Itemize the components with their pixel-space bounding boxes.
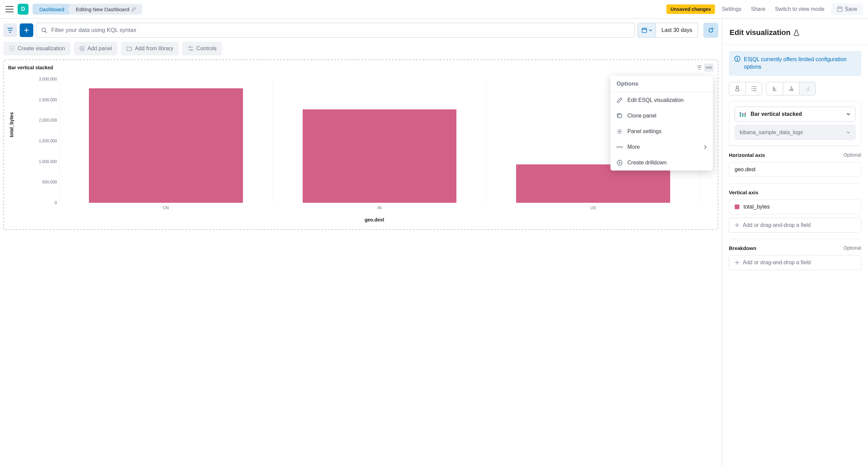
date-quick-button[interactable] bbox=[638, 23, 656, 38]
query-input[interactable] bbox=[51, 27, 630, 34]
pencil-icon bbox=[131, 7, 136, 12]
optional-badge: Optional bbox=[844, 245, 861, 251]
plot-area: CNINUS bbox=[59, 79, 700, 203]
axis-left-button[interactable] bbox=[767, 82, 783, 95]
info-icon bbox=[734, 56, 740, 71]
panel-title: Bar vertical stacked bbox=[8, 65, 695, 70]
breakdown-label: Breakdown bbox=[729, 245, 756, 251]
appearance-list-button[interactable] bbox=[746, 82, 762, 95]
controls-button[interactable]: Controls bbox=[182, 42, 222, 55]
filter-toggle-button[interactable] bbox=[3, 23, 17, 37]
app-header: D Dashboard Editing New Dashboard Unsave… bbox=[0, 0, 868, 19]
option-panel-settings[interactable]: Panel settings bbox=[610, 124, 713, 139]
vis-type-label: Bar vertical stacked bbox=[751, 111, 802, 117]
canvas-column: Last 30 days Create visualization Add pa… bbox=[0, 19, 722, 466]
panel-options-popover: Options Edit ESQL visualization Clone pa… bbox=[610, 76, 713, 171]
option-clone-panel[interactable]: Clone panel bbox=[610, 108, 713, 124]
option-more[interactable]: More bbox=[610, 139, 713, 155]
panel-options-button[interactable]: Options Edit ESQL visualization Clone pa… bbox=[704, 64, 714, 72]
axis-bottom-button[interactable] bbox=[783, 82, 799, 95]
option-clone-label: Clone panel bbox=[627, 113, 656, 119]
add-vertical-field[interactable]: Add or drag-and-drop a field bbox=[729, 218, 861, 233]
copy-icon bbox=[617, 113, 623, 119]
menu-toggle[interactable] bbox=[5, 6, 14, 12]
edit-visualization-panel: Edit visualization ES|QL currently offer… bbox=[722, 19, 868, 466]
svg-rect-21 bbox=[742, 115, 743, 117]
bar[interactable] bbox=[89, 88, 243, 203]
index-pattern-label: kibana_sample_data_logs bbox=[740, 129, 803, 136]
popover-title: Options bbox=[610, 76, 713, 92]
bar-stacked-icon bbox=[740, 111, 747, 117]
plus-icon bbox=[735, 223, 739, 228]
x-tick: CN bbox=[163, 205, 169, 210]
space-avatar[interactable]: D bbox=[18, 4, 29, 15]
date-range-label[interactable]: Last 30 days bbox=[656, 23, 698, 38]
horizontal-axis-field[interactable]: geo.dest bbox=[729, 162, 861, 177]
bar[interactable] bbox=[303, 109, 456, 203]
y-axis-label: total_bytes bbox=[9, 112, 14, 137]
svg-rect-22 bbox=[742, 113, 743, 115]
svg-point-8 bbox=[191, 49, 192, 51]
add-from-library-label: Add from library bbox=[135, 46, 173, 52]
add-field-label: Add or drag-and-drop a field bbox=[743, 222, 811, 228]
add-from-library-button[interactable]: Add from library bbox=[121, 42, 179, 55]
panel-filter-icon[interactable] bbox=[695, 64, 704, 72]
svg-rect-20 bbox=[740, 112, 741, 113]
plus-circle-icon bbox=[617, 160, 623, 166]
option-edit-esql[interactable]: Edit ESQL visualization bbox=[610, 92, 713, 108]
y-tick: 0 bbox=[26, 200, 57, 205]
settings-link[interactable]: Settings bbox=[719, 5, 744, 14]
option-more-label: More bbox=[627, 144, 640, 150]
pencil-icon bbox=[617, 97, 623, 103]
plus-icon bbox=[735, 260, 739, 265]
add-filter-button[interactable] bbox=[20, 23, 33, 37]
chevron-down-icon bbox=[649, 29, 652, 32]
optional-badge: Optional bbox=[844, 152, 861, 158]
share-link[interactable]: Share bbox=[748, 5, 768, 14]
y-tick: 3,000,000 bbox=[26, 77, 57, 82]
switch-view-link[interactable]: Switch to view mode bbox=[772, 5, 827, 14]
x-axis-label: geo.dest bbox=[49, 217, 700, 222]
refresh-button[interactable] bbox=[703, 23, 718, 38]
unsaved-changes-badge: Unsaved changes bbox=[666, 4, 715, 14]
horizontal-axis-section: Horizontal axis Optional geo.dest bbox=[729, 146, 861, 183]
add-panel-label: Add panel bbox=[88, 46, 112, 52]
svg-rect-14 bbox=[617, 146, 618, 148]
create-visualization-button[interactable]: Create visualization bbox=[3, 42, 71, 55]
svg-rect-9 bbox=[706, 67, 707, 68]
svg-rect-3 bbox=[642, 28, 647, 32]
y-tick: 500,000 bbox=[26, 180, 57, 184]
add-breakdown-field[interactable]: Add or drag-and-drop a field bbox=[729, 255, 861, 270]
svg-rect-11 bbox=[711, 67, 712, 68]
svg-point-7 bbox=[189, 47, 190, 48]
chevron-right-icon bbox=[703, 145, 707, 149]
vis-type-select[interactable]: Bar vertical stacked bbox=[735, 107, 855, 122]
vertical-axis-field[interactable]: total_bytes bbox=[729, 199, 861, 214]
breadcrumb-dashboard[interactable]: Dashboard bbox=[33, 4, 70, 15]
svg-rect-1 bbox=[838, 7, 841, 8]
esql-info-link[interactable]: ES|QL currently offers limited configura… bbox=[744, 56, 856, 71]
y-tick: 1,000,000 bbox=[26, 159, 57, 164]
breadcrumb-editing[interactable]: Editing New Dashboard bbox=[68, 4, 142, 15]
appearance-brush-button[interactable] bbox=[729, 82, 746, 95]
axis-right-button bbox=[799, 82, 815, 95]
controls-label: Controls bbox=[196, 46, 217, 52]
add-panel-button[interactable]: Add panel bbox=[74, 42, 117, 55]
y-tick: 2,000,000 bbox=[26, 118, 57, 123]
calendar-icon bbox=[641, 27, 647, 33]
save-icon bbox=[837, 6, 843, 12]
date-picker[interactable]: Last 30 days bbox=[638, 23, 698, 38]
visualization-panel: Bar vertical stacked Options Edit ESQL v… bbox=[3, 59, 718, 230]
search-icon bbox=[41, 27, 47, 33]
vertical-axis-label: Vertical axis bbox=[729, 190, 758, 195]
svg-rect-16 bbox=[621, 146, 623, 148]
svg-rect-24 bbox=[744, 113, 746, 114]
svg-rect-23 bbox=[744, 114, 746, 117]
option-create-drilldown[interactable]: Create drilldown bbox=[610, 155, 713, 171]
query-toolbar: Last 30 days bbox=[0, 19, 722, 42]
query-input-wrap[interactable] bbox=[36, 23, 635, 38]
panel-header: Bar vertical stacked Options Edit ESQL v… bbox=[4, 60, 718, 75]
index-pattern-select[interactable]: kibana_sample_data_logs bbox=[735, 125, 855, 140]
save-button[interactable]: Save bbox=[831, 3, 863, 15]
save-button-label: Save bbox=[845, 6, 857, 12]
